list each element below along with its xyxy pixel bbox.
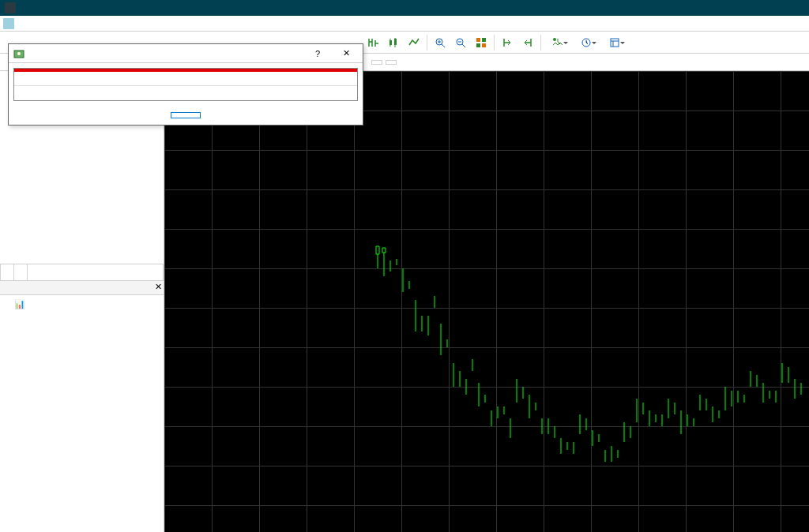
col-trade (251, 72, 357, 85)
specification-table (9, 63, 363, 106)
day-label (14, 86, 278, 100)
market-watch (0, 262, 164, 281)
indicators-dropdown[interactable] (544, 34, 571, 51)
svg-rect-0 (389, 40, 392, 45)
svg-rect-5 (482, 38, 486, 42)
dialog-buttons (9, 106, 363, 125)
svg-rect-4 (476, 38, 480, 42)
timeframe-mn[interactable] (386, 60, 397, 65)
chart-area[interactable] (164, 71, 809, 532)
menu-window[interactable] (92, 22, 104, 25)
workspace: ✕ 📊 (0, 71, 809, 532)
svg-rect-1 (394, 39, 397, 45)
close-icon[interactable]: ✕ (155, 282, 162, 292)
chart-window-icon (3, 18, 14, 29)
svg-rect-7 (482, 43, 486, 47)
close-dialog-button[interactable] (171, 112, 201, 118)
svg-point-12 (17, 52, 21, 55)
menu-file[interactable] (21, 22, 33, 25)
help-button[interactable]: ? (306, 46, 329, 62)
navigator-tree: 📊 (0, 295, 164, 532)
menu-view[interactable] (35, 22, 47, 25)
svg-point-9 (582, 39, 590, 47)
menu-bar (0, 16, 809, 32)
periods-dropdown[interactable] (573, 34, 600, 51)
left-panel: ✕ 📊 (0, 71, 164, 532)
svg-point-8 (553, 38, 556, 41)
candle-chart-icon[interactable] (384, 34, 403, 51)
navigator-header: ✕ (0, 281, 164, 295)
zoom-out-icon[interactable] (451, 34, 470, 51)
tab-symbol-list[interactable] (1, 264, 14, 280)
time-header (14, 72, 357, 86)
line-chart-icon[interactable] (404, 34, 423, 51)
svg-point-2 (436, 39, 442, 45)
svg-rect-10 (611, 39, 619, 47)
specification-dialog: ? ✕ (8, 43, 363, 126)
close-button[interactable]: ✕ (334, 46, 358, 62)
app-icon: 📊 (14, 298, 25, 309)
menu-help[interactable] (106, 22, 119, 25)
tree-root[interactable]: 📊 (2, 297, 162, 311)
col-quote (156, 72, 251, 85)
app-logo-icon (5, 2, 16, 13)
tab-tick-chart[interactable] (14, 264, 28, 280)
timeframe-w1[interactable] (371, 60, 382, 65)
col-trading-time (14, 72, 156, 85)
scroll-end-icon[interactable] (518, 34, 537, 51)
chart-candles (164, 71, 809, 532)
menu-insert[interactable] (49, 22, 62, 25)
templates-dropdown[interactable] (601, 34, 628, 51)
menu-chart[interactable] (63, 22, 76, 25)
zoom-in-icon[interactable] (431, 34, 450, 51)
svg-rect-6 (476, 43, 480, 47)
scroll-start-icon[interactable] (498, 34, 517, 51)
bar-chart-icon[interactable] (363, 34, 382, 51)
title-bar (0, 0, 809, 16)
dialog-title-bar[interactable]: ? ✕ (9, 44, 363, 63)
tile-windows-icon[interactable] (472, 34, 491, 51)
market-watch-tabs (0, 264, 164, 281)
dialog-icon (13, 48, 24, 59)
svg-point-3 (457, 39, 463, 45)
time-row-sunday (14, 86, 357, 100)
menu-tools[interactable] (77, 22, 90, 25)
